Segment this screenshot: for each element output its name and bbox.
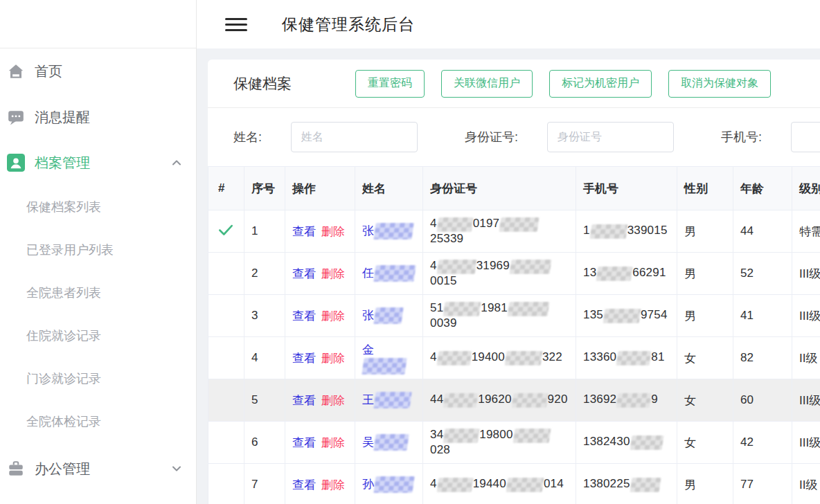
redaction-blur (616, 393, 652, 408)
filter-label-2: 手机号: (721, 129, 762, 145)
redaction-blur (373, 223, 413, 240)
id-number-cell: 4419620920 (423, 379, 576, 422)
name-link[interactable]: 王 (362, 393, 374, 406)
filter-input-0[interactable] (291, 122, 418, 152)
gender-cell: 女 (677, 337, 733, 379)
sidebar-subitem-门诊就诊记录[interactable]: 门诊就诊记录 (0, 357, 196, 400)
row-select-cell[interactable] (208, 253, 244, 295)
redaction-blur (436, 351, 472, 366)
seq-cell: 3 (244, 295, 285, 337)
row-select-cell[interactable] (208, 210, 244, 253)
name-link[interactable]: 张 (362, 309, 374, 322)
sidebar-item-首页[interactable]: 首页 (0, 48, 196, 94)
message-icon (7, 108, 25, 126)
row-select-cell[interactable] (208, 337, 244, 379)
filter-input-1[interactable] (547, 122, 674, 152)
seq-cell: 6 (244, 422, 285, 464)
gender-cell: 男 (677, 210, 733, 253)
name-link[interactable]: 吴 (362, 435, 374, 449)
id-number-cell: 4319690015 (423, 253, 576, 295)
text-fragment: 1981 (481, 301, 508, 314)
redaction-blur (373, 434, 409, 451)
redaction-blur (362, 358, 407, 375)
view-link[interactable]: 查看 (292, 394, 316, 407)
menu-toggle-icon[interactable] (225, 15, 247, 33)
id-number-cell: 3419800028 (423, 422, 576, 464)
delete-link[interactable]: 删除 (321, 267, 345, 280)
sidebar-item-label: 首页 (35, 62, 184, 81)
sidebar-item-档案管理[interactable]: 档案管理 (0, 140, 196, 186)
id-number-cell: 419440014 (423, 464, 576, 504)
delete-link[interactable]: 删除 (321, 436, 345, 449)
sidebar-item-消息提醒[interactable]: 消息提醒 (0, 94, 196, 140)
seq-cell: 1 (244, 210, 285, 253)
sidebar-subitem-保健档案列表[interactable]: 保健档案列表 (0, 186, 196, 228)
view-link[interactable]: 查看 (292, 478, 316, 492)
sidebar-menu: 首页消息提醒档案管理保健档案列表已登录用户列表全院患者列表住院就诊记录门诊就诊记… (0, 48, 196, 494)
text-fragment: 1380225 (583, 477, 630, 490)
filter-input-2[interactable] (791, 122, 820, 152)
delete-link[interactable]: 删除 (321, 394, 345, 407)
view-link[interactable]: 查看 (292, 352, 316, 365)
delete-link[interactable]: 删除 (321, 352, 345, 365)
toolbar-button-关联微信用户[interactable]: 关联微信用户 (441, 70, 533, 98)
text-fragment: 19800 (479, 428, 512, 441)
toolbar-button-标记为机密用户[interactable]: 标记为机密用户 (549, 70, 652, 98)
text-fragment: 0015 (430, 274, 457, 287)
text-fragment: 25339 (430, 232, 463, 245)
view-link[interactable]: 查看 (292, 436, 316, 449)
phone-cell: 1339015 (576, 210, 677, 253)
delete-link[interactable]: 删除 (321, 478, 345, 492)
delete-link[interactable]: 删除 (321, 309, 345, 323)
age-cell: 82 (733, 337, 792, 379)
gender-cell: 男 (677, 464, 733, 504)
column-header-手机号: 手机号 (576, 167, 677, 210)
view-link[interactable]: 查看 (292, 309, 316, 323)
sidebar-subitem-全院患者列表[interactable]: 全院患者列表 (0, 271, 196, 314)
age-cell: 41 (733, 295, 792, 337)
toolbar-button-取消为保健对象[interactable]: 取消为保健对象 (668, 70, 771, 98)
level-cell: III级 (792, 422, 820, 464)
gender-cell: 女 (677, 379, 733, 422)
chevron-down-icon (170, 462, 184, 476)
column-header-姓名: 姓名 (355, 167, 423, 210)
row-select-cell[interactable] (208, 379, 244, 422)
text-fragment: 339015 (627, 224, 668, 237)
table-row: 5查看删除王4419620920136929女60III级 (208, 379, 820, 422)
sidebar-item-label: 办公管理 (35, 460, 170, 478)
sidebar-item-办公管理[interactable]: 办公管理 (0, 443, 196, 494)
redaction-blur (630, 478, 661, 492)
text-fragment: 4 (430, 350, 437, 363)
name-link[interactable]: 金 (362, 343, 374, 357)
column-header-操作: 操作 (285, 167, 355, 210)
sidebar-subitem-住院就诊记录[interactable]: 住院就诊记录 (0, 314, 196, 357)
card-header: 保健档案 重置密码关联微信用户标记为机密用户取消为保健对象 (208, 60, 820, 108)
phone-cell: 1359754 (576, 295, 677, 337)
user-icon (7, 154, 25, 172)
name-cell: 任 (355, 253, 423, 295)
phone-cell: 1382430 (576, 422, 677, 464)
name-link[interactable]: 张 (362, 224, 374, 237)
phone-cell: 1336081 (576, 337, 677, 379)
age-cell: 52 (733, 253, 792, 295)
row-select-cell[interactable] (208, 422, 244, 464)
sidebar-subitem-已登录用户列表[interactable]: 已登录用户列表 (0, 228, 196, 271)
name-link[interactable]: 孙 (362, 478, 374, 491)
age-cell: 42 (733, 422, 792, 464)
row-select-cell[interactable] (208, 464, 244, 504)
delete-link[interactable]: 删除 (321, 225, 345, 238)
text-fragment: 028 (430, 443, 450, 456)
text-fragment: 51 (430, 301, 443, 314)
name-link[interactable]: 任 (362, 267, 374, 280)
redaction-blur (511, 393, 548, 408)
sidebar-subitem-全院体检记录[interactable]: 全院体检记录 (0, 400, 196, 443)
toolbar-button-重置密码[interactable]: 重置密码 (355, 70, 425, 98)
row-select-cell[interactable] (208, 295, 244, 337)
view-link[interactable]: 查看 (292, 267, 316, 280)
text-fragment: 34 (430, 428, 443, 441)
level-cell: 特需 (792, 210, 820, 253)
view-link[interactable]: 查看 (292, 225, 316, 238)
gender-cell: 男 (677, 253, 733, 295)
redaction-blur (630, 435, 663, 450)
redaction-blur (443, 302, 481, 316)
